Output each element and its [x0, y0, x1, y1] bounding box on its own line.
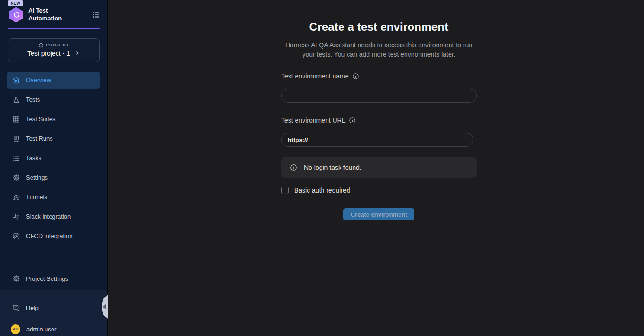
robot-arm-icon: [12, 11, 20, 19]
gear-icon: [13, 174, 20, 181]
columns-icon: [13, 135, 20, 142]
flask-icon: [13, 96, 20, 103]
info-icon[interactable]: [352, 73, 359, 80]
no-login-task-alert: No login task found.: [281, 157, 477, 178]
home-icon: [13, 77, 20, 84]
basic-auth-checkbox[interactable]: [281, 187, 289, 194]
sidebar-item-overview[interactable]: Overview: [7, 72, 100, 89]
grid-icon: [13, 116, 20, 123]
sidebar-footer: ? Help AU admin user: [0, 290, 107, 336]
avatar: AU: [11, 324, 20, 334]
app-switcher-grid-icon[interactable]: [92, 11, 100, 19]
sidebar-item-project-settings[interactable]: Project Settings: [7, 270, 100, 287]
alert-text: No login task found.: [304, 164, 361, 171]
sidebar-item-cicd-integration[interactable]: CI-CD integration: [7, 228, 100, 245]
sidebar-item-test-suites[interactable]: Test Suites: [7, 111, 100, 128]
page-subtitle: Harness AI QA Assistant needs to access …: [282, 40, 477, 59]
svg-text:?: ?: [15, 306, 17, 309]
sidebar-nav: Overview Tests Test Suites: [0, 72, 107, 247]
sidebar-item-tasks[interactable]: Tasks: [7, 150, 100, 167]
collapse-arrow-icon: [103, 304, 106, 309]
project-selector[interactable]: PROJECT Test project - 1: [8, 38, 100, 62]
tunnel-icon: [13, 194, 20, 201]
help-button[interactable]: ? Help: [7, 304, 100, 312]
link-circle-icon: [13, 233, 20, 240]
environment-name-label: Test environment name: [281, 72, 349, 80]
environment-url-input[interactable]: [281, 133, 473, 147]
page-title: Create a test environment: [281, 20, 477, 33]
environment-url-label: Test environment URL: [281, 116, 346, 124]
sidebar-item-test-runs[interactable]: Test Runs: [7, 130, 100, 147]
field-environment-url: Test environment URL: [281, 116, 477, 147]
sidebar-secondary-nav: Project Settings: [0, 270, 107, 290]
info-icon[interactable]: [349, 117, 356, 124]
sidebar-item-settings[interactable]: Settings: [7, 169, 100, 186]
slack-icon: [13, 213, 20, 220]
user-menu[interactable]: AU admin user: [7, 324, 100, 334]
help-chat-icon: ?: [13, 304, 20, 312]
app-logo: [8, 7, 24, 22]
cube-icon: [39, 43, 44, 48]
main-content: Create a test environment Harness AI QA …: [108, 0, 644, 336]
basic-auth-label: Basic auth required: [294, 187, 350, 194]
sidebar: NEW AI Test Automation PROJECT: [0, 0, 108, 336]
user-name: admin user: [26, 326, 56, 333]
gear-icon: [13, 275, 20, 282]
sidebar-item-tests[interactable]: Tests: [7, 91, 100, 108]
chevron-right-icon: [74, 50, 80, 56]
task-list-icon: [13, 155, 20, 162]
environment-name-input[interactable]: [281, 89, 477, 103]
accent-divider: [8, 28, 100, 29]
sidebar-item-slack-integration[interactable]: Slack integration: [7, 208, 100, 225]
field-environment-name: Test environment name: [281, 72, 477, 103]
sidebar-item-tunnels[interactable]: Tunnels: [7, 189, 100, 206]
project-name: Test project - 1: [27, 50, 70, 57]
project-kicker: PROJECT: [12, 43, 96, 48]
create-environment-button[interactable]: Create environment: [343, 208, 414, 220]
app-title: AI Test Automation: [28, 7, 67, 23]
sidebar-divider: [8, 256, 100, 256]
info-icon: [290, 164, 297, 171]
basic-auth-row: Basic auth required: [281, 187, 477, 194]
new-badge: NEW: [8, 0, 23, 6]
